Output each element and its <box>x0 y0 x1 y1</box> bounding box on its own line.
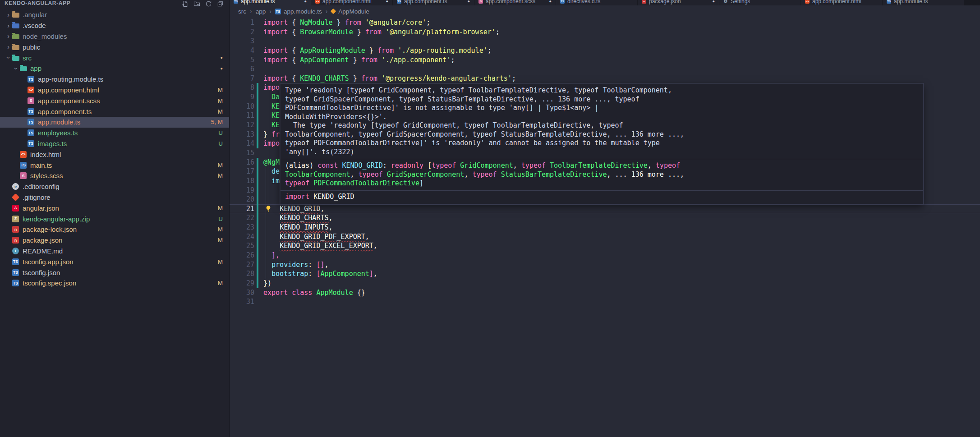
tab-label: app.component.html <box>322 0 383 5</box>
breadcrumb-label: AppModule <box>338 8 369 15</box>
file-name: tsconfig.spec.json <box>23 279 218 287</box>
tree-item[interactable]: TStsconfig.json <box>0 267 229 278</box>
line-number: 20 <box>230 195 254 204</box>
tree-item[interactable]: Zkendo-angular-app.zipU <box>0 213 229 224</box>
quick-fix-lightbulb-icon[interactable] <box>265 205 272 212</box>
code-line[interactable]: 7import { KENDO_CHARTS } from '@progress… <box>230 74 980 83</box>
code-text: import { AppComponent } from './app.comp… <box>258 55 455 65</box>
editor-tab[interactable]: ⚙Settings <box>719 0 801 5</box>
tree-item[interactable]: ›node_modules <box>0 31 229 42</box>
code-line[interactable]: 4import { AppRoutingModule } from './app… <box>230 46 980 55</box>
editor-tab[interactable]: <>app.component.html● <box>311 0 392 5</box>
code-text: ], <box>258 251 280 260</box>
tree-item[interactable]: TSapp-routing.module.ts <box>0 74 229 85</box>
editor-tab[interactable]: TSapp.module.ts● <box>230 0 311 5</box>
chevron-icon[interactable]: › <box>5 44 12 50</box>
editor-tab[interactable]: TSapp.component.ts● <box>393 0 474 5</box>
file-name: images.ts <box>38 140 218 147</box>
code-editor[interactable]: 1import { NgModule } from '@angular/core… <box>230 17 980 437</box>
file-tree: ›.angular›.vscode›node_modules›public›sr… <box>0 8 229 437</box>
modified-dot-icon: ● <box>468 0 470 4</box>
breadcrumb-item[interactable]: app <box>256 8 266 15</box>
tree-item[interactable]: e.editorconfig <box>0 181 229 192</box>
line-number: 14 <box>230 139 254 148</box>
editor-tab[interactable]: <>app.component.html <box>801 0 882 5</box>
breadcrumb-separator-icon: › <box>326 8 328 15</box>
modified-dot-icon: ● <box>304 0 307 4</box>
code-line[interactable]: 21 KENDO_GRID, <box>230 204 980 214</box>
collapse-all-icon[interactable] <box>217 0 224 7</box>
tab-label: directives.d.ts <box>567 0 633 5</box>
tree-item[interactable]: npackage-lock.jsonM <box>0 224 229 235</box>
new-folder-icon[interactable] <box>193 0 200 7</box>
code-line[interactable]: 29}) <box>230 279 980 288</box>
tree-item[interactable]: ›public <box>0 41 229 52</box>
chevron-icon[interactable]: › <box>5 23 12 29</box>
breadcrumb-item[interactable]: TSapp.module.ts <box>275 8 322 15</box>
ts-icon: TS <box>397 0 401 4</box>
code-line[interactable]: 2import { BrowserModule } from '@angular… <box>230 28 980 37</box>
breadcrumb-item[interactable]: src <box>238 8 246 15</box>
tab-label: app.module.ts <box>894 0 960 5</box>
line-number: 28 <box>230 269 254 279</box>
angular-icon: A <box>12 205 23 212</box>
tree-item[interactable]: ›src● <box>0 52 229 63</box>
code-line[interactable]: 25 KENDO_GRID_EXCEL_EXPORT, <box>230 241 980 251</box>
editor-tab[interactable]: TSapp.module.ts <box>883 0 964 5</box>
tree-item[interactable]: Sapp.component.scssM <box>0 95 229 106</box>
file-name: README.md <box>23 247 229 255</box>
breadcrumb-item[interactable]: AppModule <box>331 8 369 15</box>
code-line[interactable]: 6 <box>230 64 980 74</box>
modified-dot-icon: ● <box>549 0 552 4</box>
chevron-icon[interactable]: › <box>5 54 12 62</box>
git-icon <box>12 194 23 201</box>
code-line[interactable]: 30export class AppModule {} <box>230 288 980 298</box>
file-name: app.component.scss <box>38 97 218 105</box>
npm-icon: n <box>642 0 646 4</box>
code-line[interactable]: 5import { AppComponent } from './app.com… <box>230 55 980 65</box>
editor-tab[interactable]: Sapp.component.scss● <box>474 0 556 5</box>
code-line[interactable]: 24 KENDO_GRID_PDF_EXPORT, <box>230 232 980 242</box>
chevron-icon[interactable]: › <box>5 12 12 18</box>
code-line[interactable]: 22 KENDO_CHARTS, <box>230 213 980 223</box>
editorconfig-icon: e <box>12 183 23 190</box>
tree-item[interactable]: TSimages.tsU <box>0 138 229 149</box>
code-text: import { NgModule } from '@angular/core'… <box>258 18 430 28</box>
code-line[interactable]: 1import { NgModule } from '@angular/core… <box>230 18 980 28</box>
tree-item[interactable]: TStsconfig.spec.jsonM <box>0 278 229 289</box>
tree-item[interactable]: <>app.component.htmlM <box>0 85 229 96</box>
code-line[interactable]: 28 bootstrap: [AppComponent], <box>230 269 980 279</box>
tab-label: Settings <box>731 0 796 5</box>
tree-item[interactable]: TSmain.tsM <box>0 160 229 170</box>
code-line[interactable]: 31 <box>230 297 980 307</box>
tree-item[interactable]: TSapp.component.tsM <box>0 106 229 117</box>
code-line[interactable]: 26 ], <box>230 251 980 260</box>
tree-item[interactable]: Sstyles.scssM <box>0 170 229 181</box>
tree-item[interactable]: ›.angular <box>0 9 229 20</box>
tree-item[interactable]: TSemployees.tsU <box>0 128 229 138</box>
tree-item[interactable]: Aangular.jsonM <box>0 202 229 213</box>
tree-item[interactable]: .gitignore <box>0 192 229 203</box>
chevron-icon[interactable]: › <box>5 33 12 39</box>
code-line[interactable]: 23 KENDO_INPUTS, <box>230 223 980 232</box>
tree-item[interactable]: ›app● <box>0 63 229 74</box>
new-file-icon[interactable] <box>182 0 189 7</box>
code-line[interactable]: 27 providers: [], <box>230 260 980 270</box>
ts-icon: TS <box>28 108 38 115</box>
editor-tab[interactable]: npackage.json● <box>638 0 719 5</box>
ts-icon: TS <box>20 162 30 169</box>
explorer-actions <box>182 0 224 7</box>
file-name: app.module.ts <box>38 118 211 126</box>
tree-item[interactable]: ›.vscode <box>0 20 229 31</box>
git-status-badge: M <box>218 226 223 233</box>
code-text <box>258 64 263 74</box>
refresh-icon[interactable] <box>205 0 212 7</box>
tree-item[interactable]: npackage.jsonM <box>0 235 229 246</box>
tree-item[interactable]: TSapp.module.ts5, M <box>0 117 229 128</box>
editor-tab[interactable]: TSdirectives.d.ts <box>556 0 637 5</box>
chevron-icon[interactable]: › <box>13 64 19 72</box>
code-line[interactable]: 3 <box>230 37 980 46</box>
tree-item[interactable]: <>index.html <box>0 149 229 160</box>
tree-item[interactable]: TStsconfig.app.jsonM <box>0 256 229 267</box>
tree-item[interactable]: iREADME.md <box>0 246 229 257</box>
